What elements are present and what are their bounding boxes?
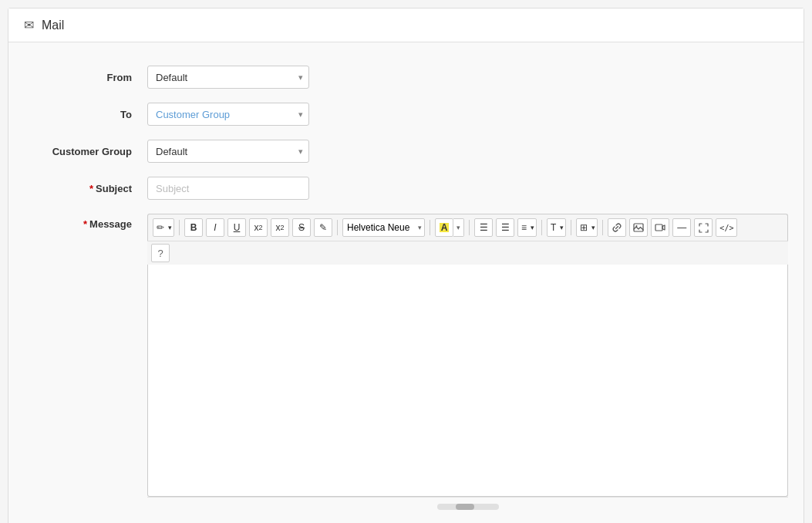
customer-group-select-wrapper: Default ▾ xyxy=(147,140,309,163)
subject-label: *Subject xyxy=(24,183,147,194)
svg-rect-2 xyxy=(655,224,662,231)
code-button[interactable]: </> xyxy=(716,218,737,237)
video-button[interactable] xyxy=(651,218,669,237)
toolbar-sep-3 xyxy=(430,220,430,235)
customer-group-select[interactable]: Default xyxy=(147,140,309,163)
subject-input[interactable] xyxy=(147,177,309,200)
strikethrough-button[interactable]: S xyxy=(292,218,311,237)
table-button[interactable]: ⊞ xyxy=(576,218,598,237)
message-label: *Message xyxy=(24,214,147,230)
to-label: To xyxy=(24,109,147,120)
color-letter: A xyxy=(440,223,450,232)
underline-button[interactable]: U xyxy=(227,218,246,237)
font-family-wrapper: Helvetica Neue xyxy=(342,218,425,237)
from-select[interactable]: Default xyxy=(147,66,309,89)
toolbar-row2: ? xyxy=(147,241,788,265)
subject-required-marker: * xyxy=(89,183,93,194)
page-container: ✉ Mail From Default ▾ To Custome xyxy=(8,8,804,523)
pen-button[interactable]: ✏ xyxy=(153,218,174,237)
toolbar-sep-5 xyxy=(541,220,542,235)
bold-button[interactable]: B xyxy=(184,218,203,237)
italic-button[interactable]: I xyxy=(206,218,224,237)
text-color-dropdown[interactable]: ▾ xyxy=(453,218,464,237)
eraser-button[interactable]: ✎ xyxy=(314,218,332,237)
form-container: From Default ▾ To Customer Group ▾ xyxy=(8,42,804,523)
message-editor: ✏ B I U x2 x2 S ✎ Helvetica Neue xyxy=(147,214,788,515)
customer-group-control: Default ▾ xyxy=(147,140,502,163)
from-row: From Default ▾ xyxy=(24,66,788,89)
to-select[interactable]: Customer Group xyxy=(147,103,309,126)
scrollbar-thumb[interactable] xyxy=(456,504,474,510)
text-format-button[interactable]: T xyxy=(547,218,566,237)
to-control: Customer Group ▾ xyxy=(147,103,502,126)
toolbar-sep-7 xyxy=(602,220,603,235)
subject-row: *Subject xyxy=(24,177,788,200)
subscript-button[interactable]: x2 xyxy=(271,218,289,237)
message-body[interactable] xyxy=(156,272,780,488)
from-control: Default ▾ xyxy=(147,66,502,89)
from-select-wrapper: Default ▾ xyxy=(147,66,309,89)
toolbar-sep-6 xyxy=(571,220,571,235)
customer-group-row: Customer Group Default ▾ xyxy=(24,140,788,163)
fullscreen-button[interactable] xyxy=(694,218,713,237)
editor-area xyxy=(147,265,788,497)
scrollbar-track[interactable] xyxy=(437,504,499,510)
align-button[interactable]: ≡ xyxy=(517,218,537,237)
message-row: *Message ✏ B I U x2 x2 S ✎ xyxy=(24,214,788,515)
hr-button[interactable]: — xyxy=(672,218,691,237)
image-button[interactable] xyxy=(629,218,648,237)
message-required-marker: * xyxy=(83,218,87,230)
page-title: Mail xyxy=(42,19,64,32)
page-header: ✉ Mail xyxy=(8,8,804,42)
toolbar-sep-1 xyxy=(179,220,180,235)
help-button[interactable]: ? xyxy=(151,244,170,262)
text-color-button[interactable]: A xyxy=(435,218,453,237)
to-select-wrapper: Customer Group ▾ xyxy=(147,103,309,126)
toolbar-sep-2 xyxy=(337,220,338,235)
editor-toolbar: ✏ B I U x2 x2 S ✎ Helvetica Neue xyxy=(147,214,788,241)
font-family-select[interactable]: Helvetica Neue xyxy=(342,218,425,237)
customer-group-label: Customer Group xyxy=(24,146,147,157)
link-button[interactable] xyxy=(608,218,626,237)
toolbar-sep-4 xyxy=(469,220,470,235)
scrollbar-indicator xyxy=(147,497,788,515)
ordered-list-button[interactable]: ☰ xyxy=(496,218,514,237)
from-label: From xyxy=(24,72,147,83)
to-row: To Customer Group ▾ xyxy=(24,103,788,126)
superscript-button[interactable]: x2 xyxy=(249,218,268,237)
subject-control xyxy=(147,177,502,200)
mail-icon: ✉ xyxy=(24,18,34,32)
unordered-list-button[interactable]: ☰ xyxy=(474,218,493,237)
